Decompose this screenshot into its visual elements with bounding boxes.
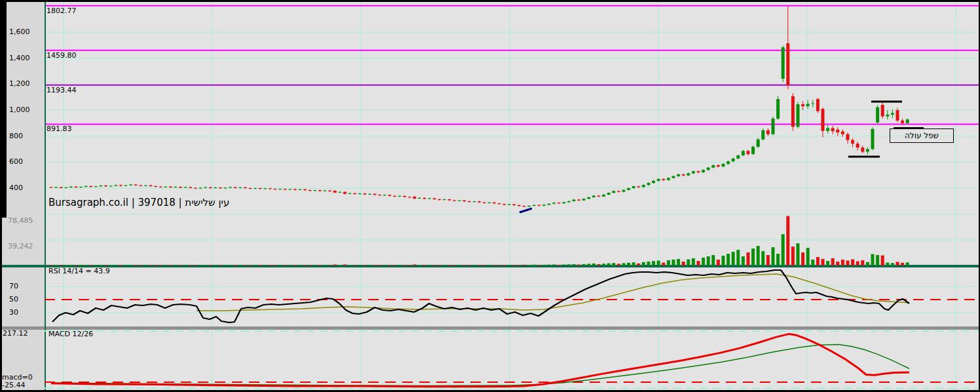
candle-body [209,187,212,188]
candle-body [219,187,222,188]
volume-bar [841,260,844,265]
volume-bar [478,265,481,265]
volume-bar [697,261,700,265]
candle-body [433,198,436,199]
price-level-label: 891.83 [47,125,72,133]
volume-bar [75,265,78,265]
candle-body [229,187,232,187]
volume-bar [269,265,272,265]
candle-body [79,187,83,187]
volume-bar [836,262,839,265]
candle-body [134,184,138,185]
candle-body [757,140,760,147]
candle-body [562,202,565,203]
volume-bar [89,265,92,265]
volume-bar [692,258,695,265]
candle-body [169,187,172,187]
volume-bar [662,263,665,265]
volume-bar [786,216,789,265]
chart-window: 1,6001,4001,2001,0008006004001802.771459… [0,0,980,392]
candle-body [363,193,366,194]
volume-bar [64,265,67,265]
candle-body [498,203,501,204]
candle-body [94,186,98,187]
volume-bar [119,265,122,265]
candle-body [324,191,327,191]
candle-body [597,196,601,197]
volume-bar [139,265,142,265]
candle-body [159,187,162,187]
volume-bar [393,265,396,265]
candle-body [711,165,715,168]
candle-body [343,192,347,194]
chart-title: Bursagraph.co.il | 397018 | עין שלישית [48,197,229,208]
candle-body [383,195,386,195]
volume-bar [324,265,327,265]
candle-body [64,187,67,188]
candle-body [278,189,282,189]
plot-background [45,2,979,390]
candle-body [234,187,237,187]
candle-body [269,188,272,189]
candle-body [642,185,645,187]
candle-body [418,198,421,199]
volume-bar [50,265,53,265]
volume-bar [667,260,670,265]
candle-body [747,151,750,154]
volume-bar [169,265,172,265]
candle-body [782,47,785,79]
candle-body [468,201,471,202]
volume-bar [647,262,650,265]
candle-body [284,189,287,189]
volume-bar [512,265,516,265]
candle-body [836,130,839,132]
candle-body [60,187,63,187]
volume-bar [159,265,162,265]
volume-bar [209,265,212,265]
candle-body [906,119,909,123]
volume-bar [433,265,436,265]
candle-body [582,199,586,200]
volume-bar [677,259,680,265]
candle-body [886,115,889,117]
candle-body [318,190,322,191]
candle-body [259,188,262,189]
volume-bar [747,252,750,265]
candle-body [901,121,904,123]
volume-bar [487,265,491,265]
volume-bar [129,265,132,265]
price-axis-tick: 800 [9,132,23,140]
volume-bar [299,265,302,265]
volume-bar [498,265,501,265]
volume-bar [587,264,590,265]
volume-bar [164,265,167,265]
candle-body [527,206,531,206]
candle-body [423,198,426,199]
volume-bar [328,265,331,265]
candle-body [821,109,825,131]
volume-bar [527,265,531,265]
candle-body [881,105,884,116]
volume-bar [856,262,859,265]
candle-body [328,191,331,191]
candle-body [602,195,605,197]
volume-bar [413,264,416,265]
candle-body [697,171,700,172]
candle-body [368,194,371,195]
volume-bar [751,248,755,265]
volume-bar [483,265,486,265]
volume-bar [816,257,820,265]
volume-bar [542,265,546,265]
volume-bar [687,260,690,265]
volume-bar [114,265,117,265]
candle-body [54,187,58,187]
candle-body [139,186,142,186]
candle-body [567,201,571,203]
candle-body [413,197,416,199]
volume-bar [194,265,197,265]
candle-body [174,187,178,187]
candle-body [508,205,511,205]
volume-bar [438,265,441,265]
volume-bar [637,264,640,265]
candle-body [876,108,879,123]
